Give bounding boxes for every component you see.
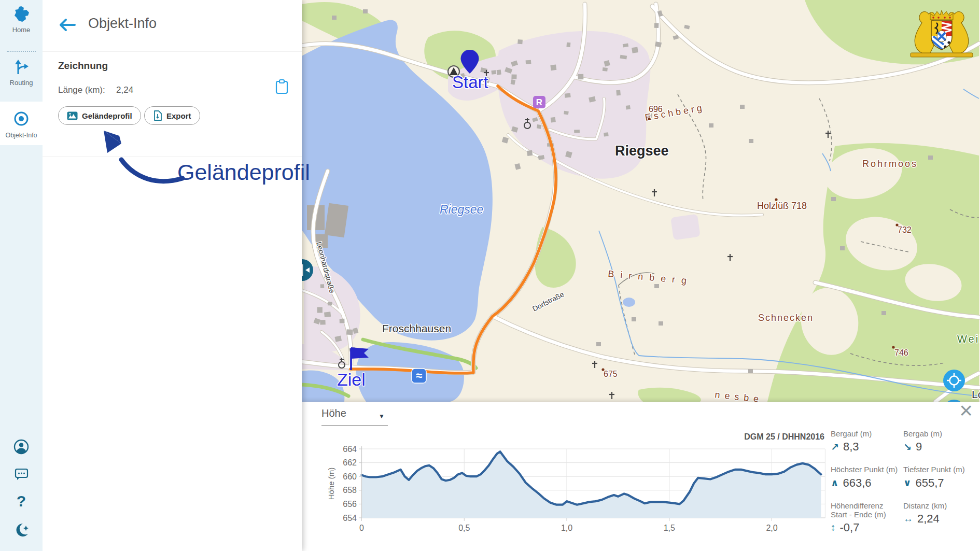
- map-label: Riegsee: [440, 203, 483, 216]
- stat-tiefster-punkt: Tiefster Punkt (m) ∨655,7: [903, 465, 970, 489]
- peak-dot: [895, 223, 898, 226]
- svg-text:1,5: 1,5: [664, 524, 675, 532]
- clipboard-icon: [275, 79, 289, 95]
- peak-dot: [775, 198, 777, 201]
- dark-mode-button[interactable]: [0, 521, 43, 541]
- map-label: Froschhausen: [382, 322, 451, 334]
- elevation-profile-panel: Höhe ▼ × DGM 25 / DHHN2016 6646626606586…: [302, 402, 980, 551]
- back-arrow-icon: [57, 17, 77, 33]
- back-button[interactable]: [57, 17, 78, 35]
- svg-text:0,5: 0,5: [458, 524, 470, 532]
- rail-divider: [7, 51, 36, 52]
- stat-bergab: Bergab (m) ↘9: [903, 429, 970, 454]
- feedback-button[interactable]: [0, 465, 43, 484]
- svg-text:656: 656: [343, 500, 357, 508]
- svg-text:660: 660: [343, 472, 357, 481]
- sidebar-item-home[interactable]: Home: [0, 5, 43, 34]
- sidebar-item-label: Objekt-Info: [0, 132, 43, 139]
- svg-text:2,0: 2,0: [766, 524, 777, 532]
- stat-hoehendifferenz: Höhendifferenz Start - Ende (m) ↕-0,7: [831, 501, 899, 535]
- svg-text:664: 664: [343, 445, 357, 454]
- routing-icon: [12, 58, 30, 76]
- sidebar-item-label: Routing: [0, 79, 43, 87]
- map-label: Rohrmoos: [862, 159, 918, 169]
- elevation-stats: Bergauf (m) ↗8,3 Bergab (m) ↘9 Höchster …: [831, 429, 979, 534]
- svg-text:Höhe (m): Höhe (m): [327, 468, 335, 500]
- svg-text:0: 0: [359, 524, 364, 532]
- help-button[interactable]: ?: [0, 492, 43, 510]
- account-button[interactable]: [0, 439, 43, 457]
- bavaria-home-icon: [12, 5, 30, 23]
- feedback-icon: [13, 465, 30, 482]
- uphill-arrow-icon: ↗: [831, 441, 839, 453]
- svg-text:654: 654: [343, 514, 357, 522]
- valley-down-icon: ∨: [903, 477, 911, 489]
- svg-text:1,0: 1,0: [561, 524, 572, 532]
- downhill-arrow-icon: ↘: [903, 441, 912, 453]
- map-label: Schnecken: [758, 313, 814, 323]
- ziel-label: Ziel: [337, 370, 366, 389]
- svg-text:658: 658: [343, 486, 357, 495]
- copy-button[interactable]: [275, 79, 289, 97]
- header-divider: [43, 51, 302, 52]
- map-label: 732: [898, 225, 912, 234]
- stat-distanz: Distanz (km) ↔2,24: [903, 501, 970, 535]
- export-download-icon: [153, 110, 162, 121]
- bavaria-coat-of-arms: [911, 10, 973, 57]
- objekt-info-icon: [11, 109, 31, 129]
- sidebar-rail: Home Routing Objekt-Info ?: [0, 0, 43, 551]
- sidebar-item-label: Home: [0, 26, 43, 34]
- terrain-profile-icon: [67, 111, 78, 120]
- terrain-profile-label: Geländeprofil: [82, 111, 132, 120]
- sidebar-item-routing[interactable]: Routing: [0, 58, 43, 87]
- svg-text:≈: ≈: [416, 369, 422, 382]
- peak-dot: [892, 346, 894, 348]
- map-label: Riegsee: [615, 143, 669, 159]
- transit-badge: R: [533, 96, 545, 108]
- objekt-info-panel: Objekt-Info Zeichnung Länge (km): 2,24 G…: [43, 0, 302, 551]
- length-label: Länge (km):: [58, 85, 105, 95]
- account-icon: [13, 439, 30, 455]
- peak-dot: [601, 368, 604, 371]
- section-title: Zeichnung: [58, 60, 108, 72]
- svg-text:662: 662: [343, 458, 357, 467]
- annotation-arrow: [43, 0, 302, 259]
- map-label: Holzlüß 718: [757, 201, 807, 211]
- section-divider: [43, 157, 302, 157]
- map-label: Lo: [972, 388, 980, 400]
- map-label: 696: [649, 105, 663, 114]
- export-label: Export: [166, 111, 191, 120]
- help-icon: ?: [17, 492, 26, 510]
- start-label: Start: [452, 73, 488, 92]
- peak-up-icon: ∧: [831, 477, 838, 489]
- distance-arrow-icon: ↔: [903, 513, 913, 525]
- pond: [623, 298, 635, 307]
- length-value: 2,24: [116, 85, 133, 95]
- map-label: 746: [894, 348, 908, 357]
- updown-arrow-icon: ↕: [831, 522, 836, 533]
- export-button[interactable]: Export: [144, 106, 200, 125]
- map-label: Weiler: [957, 333, 980, 345]
- page-title: Objekt-Info: [88, 16, 157, 32]
- stat-bergauf: Bergauf (m) ↗8,3: [831, 429, 899, 454]
- sidebar-item-objekt-info[interactable]: Objekt-Info: [0, 102, 43, 145]
- stat-hoechster-punkt: Höchster Punkt (m) ∧663,6: [831, 465, 899, 489]
- peak-dot: [648, 117, 650, 120]
- swim-badge: ≈: [412, 369, 426, 383]
- terrain-profile-button[interactable]: Geländeprofil: [58, 106, 141, 125]
- dark-mode-moon-icon: [12, 521, 30, 539]
- svg-text:R: R: [536, 97, 542, 107]
- annotation-text: Geländeprofil: [177, 160, 310, 185]
- map-canvas[interactable]: R ≈ RiegseeRiegseeFroschhausenEschberg69…: [302, 0, 980, 402]
- map-label: 675: [604, 370, 618, 378]
